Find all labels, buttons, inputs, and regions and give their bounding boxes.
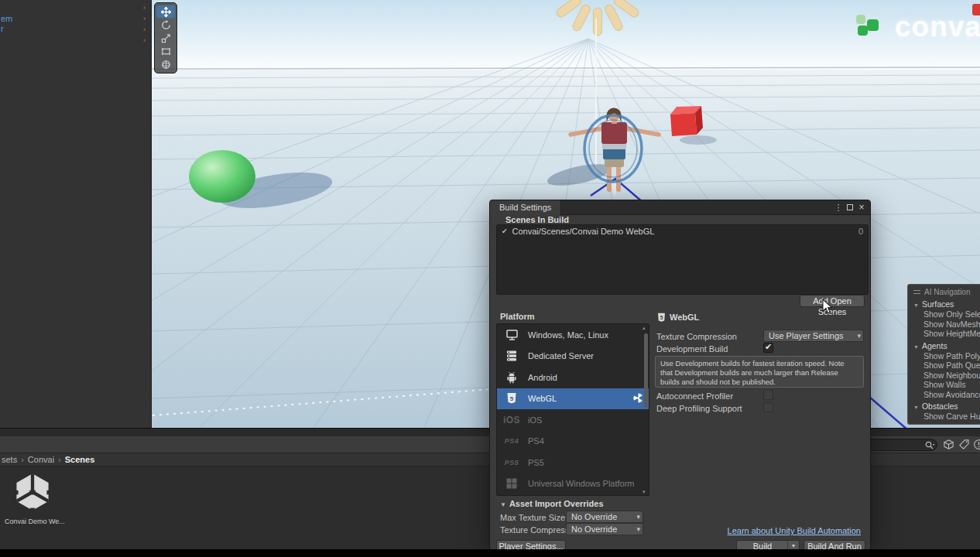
deep-profiling-label: Deep Profiling Support [656,404,742,413]
ai-nav-section-surfaces[interactable]: ▼Surfaces [913,299,980,309]
hierarchy-item-fragment[interactable]: em [1,14,12,23]
platform-row-ios[interactable]: iOS iOS [497,409,649,431]
server-icon [502,350,522,362]
hierarchy-expand-chevron[interactable]: › [143,4,146,12]
platform-row-android[interactable]: Android [497,367,649,388]
platform-row-windows-mac-linux[interactable]: Windows, Mac, Linux [497,324,649,346]
platform-scrollbar[interactable]: ▴ ▾ [644,326,648,494]
breadcrumb-scenes[interactable]: Scenes [65,455,95,464]
foldout-triangle-icon[interactable]: ▼ [500,501,506,508]
breadcrumb-assets[interactable]: sets [2,455,17,464]
scenes-in-build-list[interactable]: ✔ Convai/Scenes/Convai Demo WebGL 0 [496,224,869,295]
max-texture-size-label: Max Texture Size [500,513,565,522]
platform-row-dedicated-server[interactable]: Dedicated Server [497,346,649,367]
collapse-triangle-icon[interactable]: ▼ [913,302,919,308]
hierarchy-expand-chevron[interactable]: › [143,36,146,44]
search-icon[interactable] [924,440,935,454]
window-titlebar[interactable]: Build Settings ⋮ × [490,200,870,215]
monitor-icon [502,329,522,341]
ai-navigation-header[interactable]: AI Navigation [913,287,980,297]
maximize-icon[interactable] [845,202,855,213]
hierarchy-panel[interactable]: em r › › › › [0,0,152,428]
aio-texture-compression-dropdown[interactable]: No Override ▾ [566,523,643,535]
ps5-logo-icon: PS5 [505,459,519,466]
breadcrumb-separator-icon: › [58,455,61,464]
development-build-checkbox[interactable] [763,343,773,353]
asset-import-overrides-header[interactable]: ▼Asset Import Overrides [500,499,604,508]
ai-nav-toggle[interactable]: Show Walls [913,380,980,390]
ai-nav-toggle[interactable]: Show Path Polygons [913,351,980,361]
close-icon[interactable]: × [856,202,867,213]
svg-text:5: 5 [510,395,514,402]
build-settings-window: Build Settings ⋮ × Scenes In Build ✔ Con… [489,200,871,551]
hierarchy-expand-chevron[interactable]: › [143,26,146,33]
scene-enabled-check-icon[interactable]: ✔ [502,227,508,235]
search-by-label-icon[interactable] [958,439,971,451]
move-tool-button[interactable] [156,5,175,18]
ai-nav-section-agents[interactable]: ▼Agents [913,341,980,351]
platform-header: Platform [500,312,535,321]
ai-nav-toggle[interactable]: Show Neighbours [913,371,980,381]
scrollbar-thumb[interactable] [644,333,648,408]
collapse-triangle-icon[interactable]: ▼ [913,344,919,350]
rotate-tool-button[interactable] [156,19,175,31]
scroll-up-icon[interactable]: ▴ [642,325,646,331]
ai-nav-toggle[interactable]: Show NavMesh [913,320,980,330]
windows-icon [502,478,522,489]
texture-compression-dropdown[interactable]: Use Player Settings ▾ [763,330,864,342]
svg-text:5: 5 [660,315,663,320]
transform-tool-button[interactable] [156,58,175,70]
selected-platform-title: WebGL [670,313,699,322]
max-texture-size-dropdown[interactable]: No Override ▾ [566,511,643,523]
window-menu-icon[interactable]: ⋮ [833,202,844,213]
bottom-black-bar [0,549,980,557]
collapse-triangle-icon[interactable]: ▼ [913,405,919,410]
breadcrumb-separator-icon: › [21,455,24,464]
ai-nav-toggle[interactable]: Show Avoidance [913,390,980,400]
package-visibility-icon[interactable] [943,439,955,451]
ai-nav-toggle[interactable]: Show Path Query Nodes [913,361,980,371]
scale-tool-button[interactable] [156,32,175,44]
platform-row-ps5[interactable]: PS5 PS5 [497,452,649,473]
ai-nav-toggle[interactable]: Show HeightMesh [913,329,980,339]
platform-status-icon [632,392,644,405]
ai-nav-toggle[interactable]: Show Carve Hull [913,412,980,422]
autoconnect-profiler-checkbox[interactable] [763,390,773,400]
ps4-logo-icon: PS4 [505,437,519,445]
mouse-cursor [822,299,833,317]
ai-nav-section-obstacles[interactable]: ▼Obstacles [913,402,980,412]
rect-tool-button[interactable] [156,45,175,57]
learn-build-automation-link[interactable]: Learn about Unity Build Automation [728,526,861,535]
unity-editor: convai em r › › › › AI Navigation [0,0,980,557]
autoconnect-profiler-label: Autoconnect Profiler [656,391,733,401]
scene-row[interactable]: ✔ Convai/Scenes/Convai Demo WebGL 0 [497,225,868,237]
hierarchy-expand-chevron[interactable]: › [143,15,146,22]
html5-icon: 5 [502,392,522,405]
breadcrumb-convai[interactable]: Convai [28,455,54,464]
scene-asset-item[interactable]: Convai Demo We... [5,472,60,525]
platform-row-ps4[interactable]: PS4 PS4 [497,431,649,453]
window-title[interactable]: Build Settings [490,200,561,215]
deep-profiling-checkbox[interactable] [763,402,773,412]
ai-nav-toggle[interactable]: Show Only Selected [913,309,980,320]
scroll-down-icon[interactable]: ▾ [642,489,646,495]
platform-row-webgl[interactable]: 5 WebGL [497,388,649,410]
horizon-line [152,67,980,69]
hierarchy-item-fragment[interactable]: r [1,24,4,33]
webgl-panel-icon: 5 [656,313,666,324]
android-icon [502,371,522,384]
navmesh-dotted-edge [152,385,542,415]
drag-handle-icon[interactable] [913,290,920,294]
dropdown-caret-icon: ▾ [636,511,640,522]
green-sphere [189,150,255,203]
platform-list: Windows, Mac, Linux Dedicated Server And… [496,323,649,496]
convai-logo-text: convai [895,11,980,43]
convai-logo: convai [855,11,980,43]
sun-gizmo [548,0,647,36]
scenes-in-build-header: Scenes In Build [505,215,569,224]
alert-icon[interactable] [973,439,980,451]
convai-logo-icon [855,12,886,43]
dropdown-caret-icon: ▾ [857,330,861,341]
ai-navigation-panel[interactable]: AI Navigation ▼Surfaces Show Only Select… [907,284,980,425]
platform-row-uwp[interactable]: Universal Windows Platform [497,473,649,495]
